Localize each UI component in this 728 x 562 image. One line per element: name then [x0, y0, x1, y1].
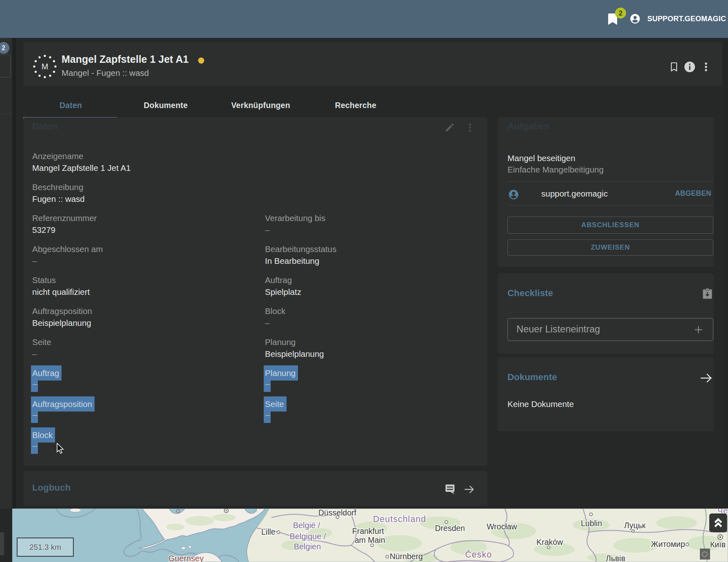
svg-text:Belgique /: Belgique /: [290, 532, 326, 541]
svg-text:Belgien: Belgien: [294, 542, 321, 551]
svg-text:Lille: Lille: [261, 527, 276, 536]
svg-text:Deutschland: Deutschland: [373, 514, 426, 524]
svg-text:Guernsey: Guernsey: [168, 554, 204, 562]
svg-text:Wrocław: Wrocław: [487, 522, 517, 531]
svg-text:Київ: Київ: [710, 540, 726, 549]
svg-text:Львів: Львів: [606, 554, 625, 562]
svg-text:am Main: am Main: [355, 535, 385, 544]
svg-text:Dresden: Dresden: [435, 524, 465, 533]
svg-text:Lublin: Lublin: [581, 519, 602, 528]
svg-text:Kraków: Kraków: [536, 538, 563, 547]
svg-text:Житомир: Житомир: [651, 540, 685, 549]
svg-text:Frankfurt: Frankfurt: [352, 527, 384, 535]
svg-text:M: M: [42, 62, 49, 71]
svg-text:Česko: Česko: [465, 549, 492, 560]
svg-text:Луцьк: Луцьк: [624, 521, 646, 530]
svg-text:België /: België /: [293, 521, 320, 530]
svg-text:2: 2: [619, 9, 622, 17]
svg-text:Nürnberg: Nürnberg: [390, 552, 423, 561]
